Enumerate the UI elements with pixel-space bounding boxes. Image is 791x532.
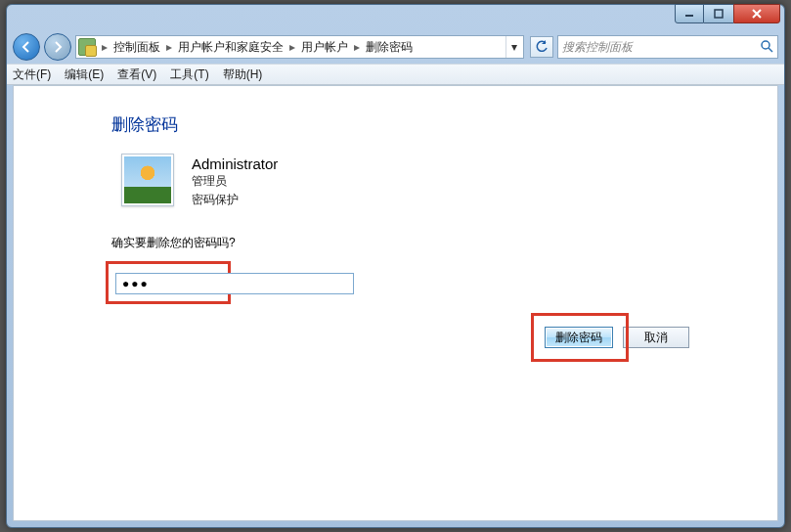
search-input[interactable]: 搜索控制面板 [557,35,778,59]
user-summary: Administrator 管理员 密码保护 [121,154,699,209]
refresh-icon [535,40,549,54]
control-panel-window: ▸ 控制面板 ▸ 用户帐户和家庭安全 ▸ 用户帐户 ▸ 删除密码 ▾ 搜索控制面… [6,4,785,528]
avatar [121,154,174,206]
breadcrumb-seg-1[interactable]: 控制面板 [111,39,162,56]
maximize-button[interactable] [704,4,733,23]
chevron-right-icon: ▸ [100,40,110,54]
window-buttons [675,4,780,23]
chevron-right-icon: ▸ [352,40,362,54]
minimize-button[interactable] [675,4,704,23]
svg-line-3 [769,48,772,52]
current-password-input[interactable] [115,273,354,294]
address-history-dropdown[interactable]: ▾ [505,36,521,58]
confirm-prompt: 确实要删除您的密码吗? [111,235,699,251]
close-button[interactable] [733,4,780,23]
arrow-right-icon [51,40,65,54]
button-row: 删除密码 取消 [545,327,689,348]
refresh-button[interactable] [530,36,553,58]
user-role: 管理员 [192,172,278,191]
window-titlebar [7,5,784,30]
menu-view[interactable]: 查看(V) [117,66,156,83]
user-protection: 密码保护 [192,191,278,209]
user-info: Administrator 管理员 密码保护 [192,154,278,209]
maximize-icon [714,9,724,19]
navigation-row: ▸ 控制面板 ▸ 用户帐户和家庭安全 ▸ 用户帐户 ▸ 删除密码 ▾ 搜索控制面… [7,30,784,64]
page-title: 删除密码 [111,113,699,136]
nav-forward-button[interactable] [44,33,71,61]
svg-rect-1 [715,10,723,18]
flower-icon [124,156,171,203]
menu-tools[interactable]: 工具(T) [170,66,208,83]
breadcrumb-seg-4[interactable]: 删除密码 [364,39,415,56]
arrow-left-icon [20,40,33,54]
svg-point-2 [762,41,769,49]
user-name: Administrator [192,155,278,172]
delete-password-button[interactable]: 删除密码 [545,327,613,348]
menu-file[interactable]: 文件(F) [13,66,51,83]
control-panel-icon [78,38,96,56]
breadcrumb-seg-2[interactable]: 用户帐户和家庭安全 [176,39,286,56]
chevron-right-icon: ▸ [287,40,297,54]
search-placeholder: 搜索控制面板 [562,39,633,56]
menu-edit[interactable]: 编辑(E) [65,66,104,83]
address-right: ▾ [505,36,521,58]
minimize-icon [684,9,694,19]
address-bar[interactable]: ▸ 控制面板 ▸ 用户帐户和家庭安全 ▸ 用户帐户 ▸ 删除密码 ▾ [75,35,524,59]
password-row [106,269,360,308]
close-icon [751,8,763,20]
content-area: 删除密码 Administrator 管理员 密码保护 确实要删除您的密码吗? … [13,85,778,521]
breadcrumb-seg-3[interactable]: 用户帐户 [299,39,350,56]
nav-back-button[interactable] [13,33,40,61]
search-icon[interactable] [760,39,773,56]
menu-bar: 文件(F) 编辑(E) 查看(V) 工具(T) 帮助(H) [7,64,784,85]
menu-help[interactable]: 帮助(H) [223,66,263,83]
chevron-right-icon: ▸ [164,40,174,54]
cancel-button[interactable]: 取消 [623,327,689,348]
svg-rect-0 [685,15,693,17]
